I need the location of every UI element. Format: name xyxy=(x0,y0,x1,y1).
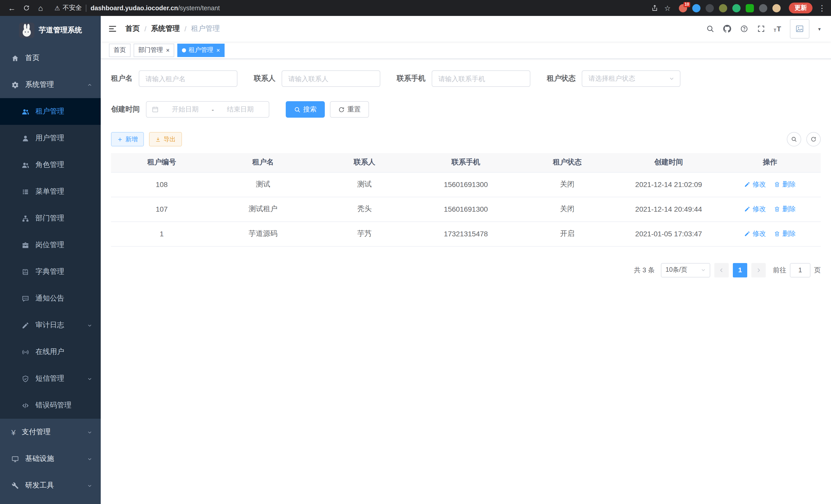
delete-button[interactable]: 删除 xyxy=(774,180,796,189)
cell-actions: 修改删除 xyxy=(719,197,821,221)
breadcrumb-item[interactable]: 首页 xyxy=(125,24,140,33)
jump-page-input[interactable] xyxy=(790,263,810,277)
extension-icon[interactable] xyxy=(719,4,727,12)
tag-close-icon[interactable]: × xyxy=(217,47,220,54)
delete-button[interactable]: 删除 xyxy=(774,229,796,238)
sidebar-item-audit-log[interactable]: 审计日志 xyxy=(0,312,101,338)
browser-menu-icon[interactable]: ⋮ xyxy=(818,3,826,12)
tag-label: 首页 xyxy=(114,46,126,55)
prev-page-button[interactable] xyxy=(714,263,729,277)
tenant-name-input[interactable] xyxy=(139,70,237,87)
next-page-button[interactable] xyxy=(751,263,766,277)
sidebar-item-label: 审计日志 xyxy=(35,321,64,330)
extension-icon[interactable] xyxy=(772,4,781,12)
sidebar-item-online-user[interactable]: 在线用户 xyxy=(0,338,101,365)
create-time-range-picker[interactable]: 开始日期 - 结束日期 xyxy=(146,101,269,118)
fullscreen-icon[interactable] xyxy=(757,25,765,33)
chevron-down-icon xyxy=(87,429,92,435)
edit-icon xyxy=(744,231,751,237)
sidebar-item-notice[interactable]: 通知公告 xyxy=(0,285,101,312)
mobile-input[interactable] xyxy=(432,70,531,87)
sidebar-item-menu[interactable]: 菜单管理 xyxy=(0,178,101,205)
tag-dot xyxy=(182,48,186,52)
security-label: 不安全 xyxy=(63,4,82,12)
tag-close-icon[interactable]: × xyxy=(166,47,170,54)
edit-icon xyxy=(22,321,29,329)
sidebar-logo-row[interactable]: 芋道管理系统 xyxy=(0,16,101,45)
extension-icon[interactable] xyxy=(746,4,754,12)
extension-icon[interactable] xyxy=(759,4,767,12)
share-icon[interactable] xyxy=(651,4,659,11)
extension-icon[interactable] xyxy=(732,4,741,12)
column-header: 联系人 xyxy=(314,153,415,172)
home-icon[interactable]: ⌂ xyxy=(34,1,47,14)
bubble-icon xyxy=(22,295,29,302)
sidebar-item-role[interactable]: 角色管理 xyxy=(0,152,101,178)
sidebar-item-label: 错误码管理 xyxy=(35,401,71,410)
search-icon[interactable] xyxy=(706,25,714,33)
hamburger-icon[interactable] xyxy=(108,24,117,33)
cell-status: 关闭 xyxy=(516,172,618,197)
address-bar[interactable]: ⚠ 不安全 dashboard.yudao.iocoder.cn/system/… xyxy=(55,4,650,12)
sidebar-item-label: 菜单管理 xyxy=(35,187,64,196)
sidebar-item-system[interactable]: 系统管理 xyxy=(0,71,101,98)
column-header: 租户名 xyxy=(212,153,314,172)
breadcrumb-separator: / xyxy=(184,25,187,33)
sidebar-item-infra[interactable]: 基础设施 xyxy=(0,445,101,472)
refresh-table-button[interactable] xyxy=(806,132,821,146)
view-tag[interactable]: 部门管理× xyxy=(134,43,174,57)
sidebar-item-dev-tool[interactable]: 研发工具 xyxy=(0,472,101,499)
github-icon[interactable] xyxy=(723,25,731,33)
extension-icon[interactable] xyxy=(706,4,714,12)
status-select[interactable]: 请选择租户状态 xyxy=(582,70,681,87)
page-1-button[interactable]: 1 xyxy=(733,263,747,277)
export-button[interactable]: 导出 xyxy=(149,132,182,146)
view-tag[interactable]: 租户管理× xyxy=(177,43,225,57)
edit-button[interactable]: 修改 xyxy=(744,180,766,189)
sidebar-item-sms[interactable]: 短信管理 xyxy=(0,365,101,392)
column-header: 创建时间 xyxy=(618,153,719,172)
help-icon[interactable] xyxy=(740,25,748,33)
table-row: 108测试测试15601691300关闭2021-12-14 21:02:09修… xyxy=(111,172,821,197)
reload-icon[interactable] xyxy=(20,1,33,14)
edit-icon xyxy=(744,181,751,187)
sidebar-item-label: 用户管理 xyxy=(35,134,64,143)
chevron-down-icon[interactable]: ▾ xyxy=(818,26,821,32)
tag-label: 部门管理 xyxy=(138,46,163,55)
sidebar-item-tenant[interactable]: 租户管理 xyxy=(0,98,101,125)
edit-button[interactable]: 修改 xyxy=(744,229,766,238)
extension-icon[interactable]: 10 xyxy=(679,4,687,12)
sidebar-item-error-code[interactable]: 错误码管理 xyxy=(0,392,101,419)
back-icon[interactable]: ← xyxy=(5,1,19,14)
extension-icon[interactable] xyxy=(692,4,700,12)
reset-button[interactable]: 重置 xyxy=(330,101,369,118)
add-button[interactable]: 新增 xyxy=(111,132,144,146)
bookmark-star-icon[interactable]: ☆ xyxy=(664,4,671,12)
security-chip[interactable]: ⚠ 不安全 xyxy=(55,4,82,12)
font-size-icon[interactable]: TT xyxy=(774,25,781,33)
sidebar-item-home[interactable]: 首页 xyxy=(0,45,101,71)
search-button[interactable]: 搜索 xyxy=(286,101,325,118)
sidebar-item-dept[interactable]: 部门管理 xyxy=(0,205,101,232)
delete-button[interactable]: 删除 xyxy=(774,205,796,214)
page-size-select[interactable]: 10条/页 xyxy=(661,263,710,277)
tag-label: 租户管理 xyxy=(189,46,213,55)
sidebar-item-user[interactable]: 用户管理 xyxy=(0,125,101,152)
sidebar-menu: 首页系统管理租户管理用户管理角色管理菜单管理部门管理岗位管理字典管理通知公告审计… xyxy=(0,45,101,504)
home-icon xyxy=(11,54,19,62)
contact-input[interactable] xyxy=(282,70,380,87)
avatar[interactable] xyxy=(790,19,809,38)
filter-tenant-name: 租户名 xyxy=(111,70,237,87)
update-button[interactable]: 更新 xyxy=(789,3,812,13)
sidebar-item-pay[interactable]: ¥支付管理 xyxy=(0,419,101,445)
sidebar-item-label: 在线用户 xyxy=(35,347,64,357)
sidebar-item-dict[interactable]: 字典管理 xyxy=(0,259,101,285)
users-icon xyxy=(22,108,29,115)
sidebar-item-post[interactable]: 岗位管理 xyxy=(0,232,101,259)
view-tag[interactable]: 首页 xyxy=(109,43,131,57)
breadcrumb-item[interactable]: 系统管理 xyxy=(151,24,180,33)
chevron-down-icon xyxy=(87,322,92,328)
toggle-search-button[interactable] xyxy=(787,132,801,146)
edit-button[interactable]: 修改 xyxy=(744,205,766,214)
delete-button-label: 删除 xyxy=(782,180,796,189)
